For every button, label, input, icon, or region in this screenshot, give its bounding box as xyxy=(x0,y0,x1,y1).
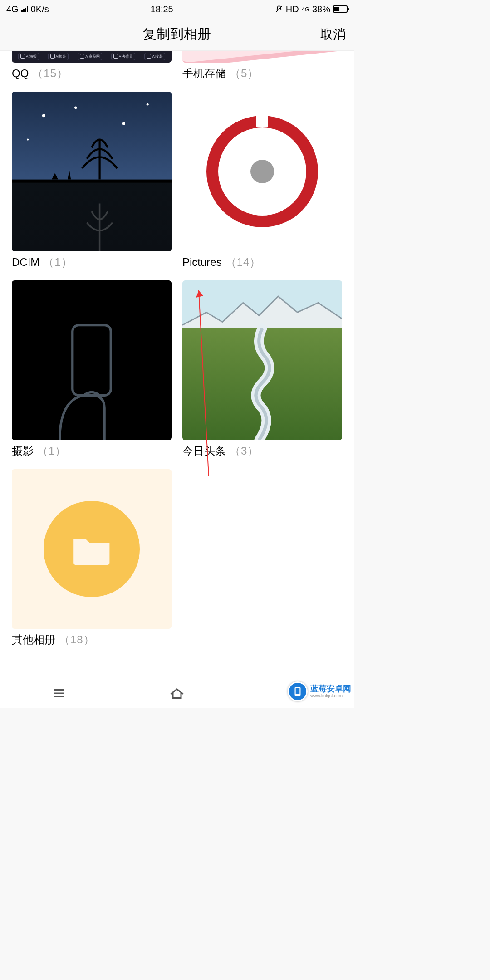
mute-icon xyxy=(275,5,283,13)
album-grid: AI海报 AI换装 AI商品图 AI去背景 AI变装 QQ （15） 手机存储 … xyxy=(0,51,354,647)
status-right: HD 4G 38% xyxy=(275,4,348,15)
album-label: 手机存储 （5） xyxy=(182,66,342,81)
album-thumb xyxy=(182,51,342,63)
album-phone-storage[interactable]: 手机存储 （5） xyxy=(182,51,342,81)
svg-rect-7 xyxy=(73,325,111,396)
network-type: 4G xyxy=(6,4,19,15)
nav-back-button[interactable] xyxy=(287,685,303,703)
album-qq[interactable]: AI海报 AI换装 AI商品图 AI去背景 AI变装 QQ （15） xyxy=(12,51,172,81)
hd-label: HD xyxy=(286,4,299,15)
album-thumb xyxy=(12,469,172,629)
svg-rect-6 xyxy=(12,180,172,183)
signal-icon xyxy=(21,6,28,12)
status-time: 18:25 xyxy=(49,4,275,15)
navigation-bar xyxy=(0,680,354,708)
album-label: 其他相册 （18） xyxy=(12,632,172,647)
album-toutiao[interactable]: 今日头条 （3） xyxy=(182,280,342,458)
album-thumb xyxy=(182,92,342,251)
album-dcim[interactable]: DCIM （1） xyxy=(12,92,172,270)
svg-point-1 xyxy=(42,114,45,117)
data-type: 4G xyxy=(302,6,309,12)
album-pictures[interactable]: Pictures （14） xyxy=(182,92,342,270)
album-label: DCIM （1） xyxy=(12,255,172,270)
svg-point-4 xyxy=(147,103,149,106)
header: 复制到相册 取消 xyxy=(0,18,354,51)
status-bar: 4G 0K/s 18:25 HD 4G 38% xyxy=(0,0,354,18)
nav-home-button[interactable] xyxy=(169,685,185,703)
page-title: 复制到相册 xyxy=(143,25,211,44)
cancel-button[interactable]: 取消 xyxy=(320,26,346,43)
battery-icon xyxy=(333,5,348,13)
album-other[interactable]: 其他相册 （18） xyxy=(12,469,172,647)
nav-recent-button[interactable] xyxy=(51,685,67,703)
album-thumb: AI海报 AI换装 AI商品图 AI去背景 AI变装 xyxy=(12,51,172,63)
album-label: Pictures （14） xyxy=(182,255,342,270)
status-left: 4G 0K/s xyxy=(6,4,49,15)
album-label: QQ （15） xyxy=(12,66,172,81)
album-grid-container[interactable]: AI海报 AI换装 AI商品图 AI去背景 AI变装 QQ （15） 手机存储 … xyxy=(0,51,354,680)
battery-percent: 38% xyxy=(312,4,330,15)
svg-point-2 xyxy=(74,106,77,109)
album-thumb xyxy=(12,280,172,440)
album-label: 今日头条 （3） xyxy=(182,444,342,458)
album-label: 摄影 （1） xyxy=(12,444,172,458)
album-photography[interactable]: 摄影 （1） xyxy=(12,280,172,458)
album-thumb xyxy=(182,280,342,440)
svg-point-5 xyxy=(27,138,29,140)
network-speed: 0K/s xyxy=(31,4,49,15)
folder-icon xyxy=(44,501,139,597)
svg-point-3 xyxy=(122,122,125,125)
album-thumb xyxy=(12,92,172,251)
